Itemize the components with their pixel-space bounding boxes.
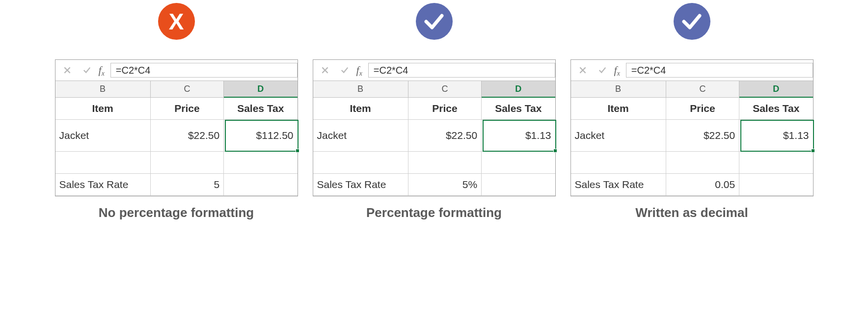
cell-salestax-value: $1.13: [783, 130, 809, 141]
cell-salestax[interactable]: $1.13: [482, 120, 555, 152]
formula-cancel-button[interactable]: [575, 62, 591, 78]
spreadsheet-grid[interactable]: B C D Item Price Sales Tax Jacket $22.50…: [571, 81, 813, 196]
panel-written-decimal: fx =C2*C4 B C D Item Price Sales Tax: [570, 3, 814, 220]
panel-percentage-formatting: fx =C2*C4 B C D Item Price Sales Tax: [313, 3, 556, 220]
x-icon: X: [169, 10, 184, 33]
formula-text: =C2*C4: [631, 65, 666, 76]
table-header-row: Item Price Sales Tax: [571, 98, 813, 120]
cell-empty[interactable]: [666, 152, 739, 174]
cell-empty[interactable]: [482, 174, 555, 196]
fx-icon[interactable]: fx: [614, 64, 620, 77]
table-row: Jacket $22.50 $1.13: [313, 120, 555, 152]
table-row: Sales Tax Rate 5%: [313, 174, 555, 196]
column-header-c[interactable]: C: [408, 81, 482, 98]
header-salestax[interactable]: Sales Tax: [739, 98, 813, 120]
table-header-row: Item Price Sales Tax: [55, 98, 298, 120]
header-salestax[interactable]: Sales Tax: [224, 98, 297, 120]
formula-bar: fx =C2*C4: [55, 60, 298, 81]
cell-taxrate-label[interactable]: Sales Tax Rate: [55, 174, 151, 196]
cell-empty[interactable]: [571, 152, 666, 174]
panel-caption: Written as decimal: [635, 205, 748, 220]
header-item[interactable]: Item: [313, 98, 408, 120]
cell-empty[interactable]: [151, 152, 224, 174]
formula-bar: fx =C2*C4: [571, 60, 813, 81]
panel-caption: Percentage formatting: [366, 205, 502, 220]
column-header-row: B C D: [571, 81, 813, 98]
comparison-container: X fx =C2*C4 B C D: [0, 0, 868, 220]
table-row: Jacket $22.50 $1.13: [571, 120, 813, 152]
cell-empty[interactable]: [482, 152, 555, 174]
header-salestax[interactable]: Sales Tax: [482, 98, 555, 120]
header-item[interactable]: Item: [571, 98, 666, 120]
fx-icon[interactable]: fx: [99, 64, 105, 77]
cell-taxrate-value[interactable]: 5: [151, 174, 224, 196]
formula-accept-button[interactable]: [595, 62, 610, 78]
header-price[interactable]: Price: [408, 98, 482, 120]
cell-salestax-value: $1.13: [525, 130, 551, 141]
table-row: [313, 152, 555, 174]
cell-item[interactable]: Jacket: [571, 120, 666, 152]
fx-icon[interactable]: fx: [356, 64, 362, 77]
column-header-row: B C D: [313, 81, 555, 98]
formula-cancel-button[interactable]: [59, 62, 75, 78]
cell-salestax[interactable]: $1.13: [739, 120, 813, 152]
cell-empty[interactable]: [313, 152, 408, 174]
formula-input[interactable]: =C2*C4: [368, 63, 555, 78]
column-header-c[interactable]: C: [666, 81, 739, 98]
formula-text: =C2*C4: [116, 65, 151, 76]
formula-cancel-button[interactable]: [317, 62, 333, 78]
column-header-b[interactable]: B: [55, 81, 151, 98]
check-icon: [680, 10, 704, 33]
formula-accept-button[interactable]: [337, 62, 353, 78]
excel-fragment: fx =C2*C4 B C D Item Price Sales Tax: [570, 59, 814, 196]
table-row: Sales Tax Rate 0.05: [571, 174, 813, 196]
table-row: Sales Tax Rate 5: [55, 174, 298, 196]
table-header-row: Item Price Sales Tax: [313, 98, 555, 120]
cell-salestax[interactable]: $112.50: [224, 120, 297, 152]
formula-text: =C2*C4: [374, 65, 408, 76]
cell-salestax-value: $112.50: [256, 130, 294, 141]
cell-empty[interactable]: [224, 152, 297, 174]
cell-empty[interactable]: [739, 174, 813, 196]
cell-price[interactable]: $22.50: [408, 120, 482, 152]
badge-correct: [674, 3, 710, 40]
excel-fragment: fx =C2*C4 B C D Item Price Sales Tax: [313, 59, 556, 196]
cell-price[interactable]: $22.50: [151, 120, 224, 152]
check-icon: [422, 10, 446, 33]
cell-empty[interactable]: [408, 152, 482, 174]
badge-correct: [416, 3, 453, 40]
panel-no-percentage: X fx =C2*C4 B C D: [55, 3, 298, 220]
cell-taxrate-value[interactable]: 0.05: [666, 174, 739, 196]
formula-input[interactable]: =C2*C4: [110, 63, 298, 78]
cell-empty[interactable]: [55, 152, 151, 174]
column-header-row: B C D: [55, 81, 298, 98]
header-price[interactable]: Price: [666, 98, 739, 120]
excel-fragment: fx =C2*C4 B C D Item Price Sales Tax: [55, 59, 298, 196]
table-row: [571, 152, 813, 174]
header-price[interactable]: Price: [151, 98, 224, 120]
column-header-b[interactable]: B: [313, 81, 408, 98]
panel-caption: No percentage formatting: [99, 205, 254, 220]
spreadsheet-grid[interactable]: B C D Item Price Sales Tax Jacket $22.50…: [55, 81, 298, 196]
spreadsheet-grid[interactable]: B C D Item Price Sales Tax Jacket $22.50…: [313, 81, 555, 196]
cell-price[interactable]: $22.50: [666, 120, 739, 152]
formula-input[interactable]: =C2*C4: [626, 63, 813, 78]
cell-empty[interactable]: [224, 174, 297, 196]
column-header-d[interactable]: D: [482, 81, 555, 98]
formula-accept-button[interactable]: [79, 62, 95, 78]
cell-item[interactable]: Jacket: [55, 120, 151, 152]
formula-bar: fx =C2*C4: [313, 60, 555, 81]
cell-empty[interactable]: [739, 152, 813, 174]
cell-taxrate-label[interactable]: Sales Tax Rate: [571, 174, 666, 196]
table-row: [55, 152, 298, 174]
cell-item[interactable]: Jacket: [313, 120, 408, 152]
cell-taxrate-value[interactable]: 5%: [408, 174, 482, 196]
column-header-d[interactable]: D: [224, 81, 297, 98]
cell-taxrate-label[interactable]: Sales Tax Rate: [313, 174, 408, 196]
column-header-b[interactable]: B: [571, 81, 666, 98]
column-header-d[interactable]: D: [739, 81, 813, 98]
header-item[interactable]: Item: [55, 98, 151, 120]
badge-incorrect: X: [158, 3, 195, 40]
column-header-c[interactable]: C: [151, 81, 224, 98]
table-row: Jacket $22.50 $112.50: [55, 120, 298, 152]
